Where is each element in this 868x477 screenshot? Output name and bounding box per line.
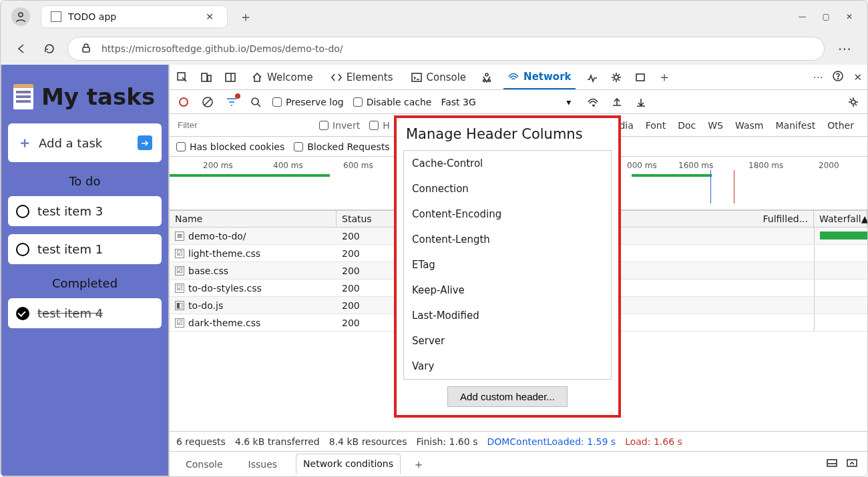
blocked-requests-checkbox[interactable]: Blocked Requests (294, 141, 389, 152)
type-filter[interactable]: Other (827, 120, 854, 131)
document-icon: ≡ (175, 231, 184, 241)
user-icon (15, 11, 27, 23)
tab-welcome[interactable]: Welcome (247, 65, 317, 89)
disable-cache-checkbox[interactable]: Disable cache (353, 97, 432, 107)
submit-icon[interactable]: ➔ (138, 135, 152, 150)
drawer-tab-issues[interactable]: Issues (242, 455, 284, 474)
header-column-item[interactable]: ETag (404, 252, 611, 278)
preserve-log-checkbox[interactable]: Preserve log (272, 97, 344, 107)
col-name[interactable]: Name (170, 211, 337, 227)
close-window-button[interactable]: ✕ (846, 12, 853, 21)
sources-icon[interactable] (479, 70, 494, 85)
browser-tab[interactable]: TODO app ✕ (41, 5, 228, 28)
settings-gear-icon[interactable] (609, 70, 624, 85)
profile-avatar[interactable] (11, 7, 30, 26)
svg-point-9 (483, 79, 485, 81)
svg-point-10 (489, 79, 491, 81)
drawer-dock-icon[interactable] (826, 457, 838, 471)
svg-point-8 (485, 73, 488, 76)
type-filter[interactable]: dia (619, 120, 633, 131)
window-controls: — ▢ ✕ (799, 12, 863, 21)
maximize-button[interactable]: ▢ (823, 12, 830, 21)
drawer-tab-console[interactable]: Console (179, 455, 230, 474)
add-drawer-tab-icon[interactable]: ＋ (413, 456, 425, 472)
header-column-item[interactable]: Content-Length (404, 227, 611, 252)
task-item[interactable]: test item 1 (8, 234, 162, 264)
svg-rect-7 (412, 73, 421, 81)
add-task-button[interactable]: ＋ Add a task ➔ (8, 123, 162, 162)
new-tab-button[interactable]: ＋ (236, 7, 256, 27)
manage-header-columns-popup: Manage Header Columns Cache-Control Conn… (394, 115, 621, 418)
filter-input[interactable] (176, 119, 310, 131)
throttle-dropdown-icon[interactable]: ▾ (562, 95, 576, 109)
more-tabs-icon[interactable] (633, 70, 648, 85)
blocked-cookies-checkbox[interactable]: Has blocked cookies (176, 141, 284, 152)
task-item[interactable]: test item 3 (8, 196, 162, 226)
filter-toggle-icon[interactable] (224, 95, 239, 109)
search-icon[interactable] (248, 95, 263, 109)
type-filter[interactable]: WS (708, 120, 723, 131)
devtools-more-icon[interactable]: ⋯ (813, 71, 823, 83)
type-filter[interactable]: Doc (678, 120, 696, 131)
home-icon (251, 71, 263, 83)
console-icon (411, 71, 423, 83)
timeline-tick: 600 ms (343, 161, 373, 170)
header-columns-list: Cache-Control Connection Content-Encodin… (403, 150, 612, 380)
help-icon[interactable] (832, 70, 844, 85)
col-status[interactable]: Status (337, 211, 400, 227)
network-conditions-icon[interactable] (586, 95, 600, 109)
invert-checkbox[interactable]: Invert (319, 120, 360, 131)
drawer-expand-icon[interactable] (846, 457, 858, 471)
add-tab-icon[interactable]: ＋ (657, 70, 672, 85)
svg-point-11 (614, 75, 618, 79)
hide-data-checkbox[interactable]: H (369, 120, 390, 131)
header-column-item[interactable]: Connection (404, 176, 611, 201)
clear-button[interactable] (200, 95, 215, 109)
add-custom-header-button[interactable]: Add custom header... (447, 386, 568, 407)
checked-icon[interactable] (16, 307, 29, 320)
unchecked-icon[interactable] (16, 243, 29, 256)
back-button[interactable] (11, 39, 31, 59)
tab-console[interactable]: Console (407, 65, 471, 89)
task-item-completed[interactable]: test item 4 (8, 298, 162, 328)
export-icon[interactable] (634, 95, 648, 109)
performance-icon[interactable] (585, 70, 600, 85)
svg-line-18 (258, 104, 260, 107)
type-filter[interactable]: Manifest (775, 120, 815, 131)
unchecked-icon[interactable] (16, 205, 29, 218)
timeline-tick: 2000 (819, 161, 839, 170)
record-button[interactable] (176, 95, 191, 109)
tab-close-button[interactable]: ✕ (202, 11, 218, 22)
css-icon: ☑ (175, 266, 184, 276)
col-waterfall[interactable]: Waterfall▲ (814, 211, 867, 227)
header-column-item[interactable]: Server (404, 328, 611, 354)
svg-point-14 (838, 78, 839, 79)
tab-elements[interactable]: Elements (327, 65, 397, 89)
browser-menu-button[interactable]: ⋯ (833, 41, 857, 57)
header-column-item[interactable]: Cache-Control (404, 151, 611, 176)
header-column-item[interactable]: Content-Encoding (404, 201, 611, 227)
type-filter[interactable]: Wasm (735, 120, 763, 131)
type-filter[interactable]: Font (646, 120, 666, 131)
tab-network[interactable]: Network (503, 65, 575, 89)
js-icon: ◧ (175, 301, 184, 310)
drawer-tab-network-conditions[interactable]: Network conditions (296, 454, 401, 474)
svg-rect-5 (226, 73, 235, 81)
close-devtools-button[interactable]: ✕ (853, 71, 862, 83)
minimize-button[interactable]: — (799, 12, 807, 21)
refresh-button[interactable] (39, 39, 59, 59)
dock-side-icon[interactable] (223, 70, 238, 85)
device-toolbar-icon[interactable] (199, 70, 214, 85)
header-column-item[interactable]: Keep-Alive (404, 278, 611, 303)
header-column-item[interactable]: Vary (404, 354, 611, 379)
inspect-element-icon[interactable] (175, 70, 190, 85)
network-settings-icon[interactable] (846, 95, 861, 109)
address-bar[interactable]: https://microsoftedge.github.io/Demos/de… (67, 37, 825, 61)
throttle-select[interactable]: Fast 3G (441, 97, 475, 107)
back-arrow-icon (15, 43, 27, 55)
import-icon[interactable] (610, 95, 624, 109)
header-column-item[interactable]: Last-Modified (404, 303, 611, 328)
svg-rect-4 (208, 75, 211, 81)
svg-point-17 (252, 98, 258, 105)
lock-icon (80, 42, 92, 56)
